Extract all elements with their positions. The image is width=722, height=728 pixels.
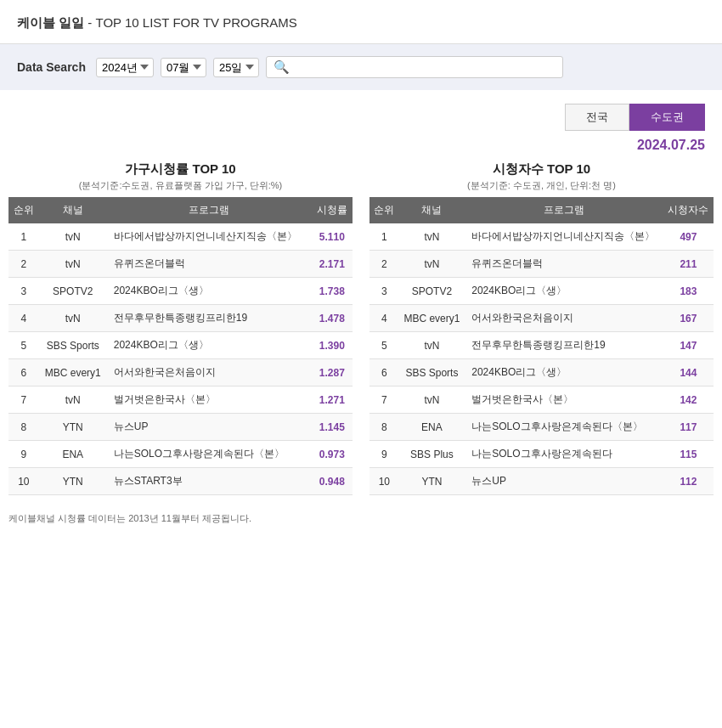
col-program-v: 프로그램 [465,197,663,223]
footer-text: 케이블채널 시청률 데이터는 2013년 11월부터 제공됩니다. [8,513,251,523]
program-cell: 전무후무한특종랭킹프리한19 [107,305,312,332]
household-table-header-row: 순위 채널 프로그램 시청률 [8,197,353,223]
program-cell: 2024KBO리그〈생〉 [107,332,312,359]
table-row: 3 SPOTV2 2024KBO리그〈생〉 183 [369,278,714,305]
program-cell: 벌거벗은한국사〈본〉 [465,387,663,414]
table-row: 1 tvN 바다에서밥상까지언니네산지직송〈본〉 5.110 [8,223,353,251]
rank-cell: 3 [8,278,39,305]
year-select[interactable]: 2024년 [96,58,154,77]
day-select[interactable]: 25일 [213,58,259,77]
rating-cell: 1.287 [312,359,353,387]
program-cell: 2024KBO리그〈생〉 [465,359,663,387]
program-cell: 바다에서밥상까지언니네산지직송〈본〉 [107,223,312,251]
program-cell: 나는SOLO그후사랑은계속된다 [465,441,663,468]
search-input[interactable] [293,61,556,74]
table-row: 4 MBC every1 어서와한국은처음이지 167 [369,305,714,332]
table-row: 6 SBS Sports 2024KBO리그〈생〉 144 [369,359,714,387]
channel-cell: tvN [399,332,465,359]
month-select[interactable]: 07월 [161,58,206,77]
channel-cell: MBC every1 [399,305,465,332]
viewers-table: 순위 채널 프로그램 시청자수 1 tvN 바다에서밥상까지언니네산지직송〈본〉… [369,197,714,495]
table-row: 9 ENA 나는SOLO그후사랑은계속된다〈본〉 0.973 [8,441,353,468]
table-row: 7 tvN 벌거벗은한국사〈본〉 142 [369,387,714,414]
region-buttons: 전국 수도권 [0,90,722,134]
program-cell: 바다에서밥상까지언니네산지직송〈본〉 [465,223,663,251]
date-display: 2024.07.25 [0,134,722,161]
table-row: 5 tvN 전무후무한특종랭킹프리한19 147 [369,332,714,359]
household-table-subtitle: (분석기준:수도권, 유료플랫폼 가입 가구, 단위:%) [8,179,353,192]
col-rank-h: 순위 [8,197,39,223]
col-rank-v: 순위 [369,197,399,223]
viewers-cell: 211 [663,251,714,278]
program-cell: 나는SOLO그후사랑은계속된다〈본〉 [465,414,663,441]
table-row: 8 ENA 나는SOLO그후사랑은계속된다〈본〉 117 [369,414,714,441]
channel-cell: SPOTV2 [399,278,465,305]
region-btn-national[interactable]: 전국 [565,104,629,131]
rank-cell: 1 [369,223,399,251]
rating-cell: 0.973 [312,441,353,468]
channel-cell: YTN [39,468,107,495]
viewers-cell: 112 [663,468,714,495]
rank-cell: 1 [8,223,39,251]
channel-cell: SPOTV2 [39,278,107,305]
rank-cell: 2 [8,251,39,278]
search-label: Data Search [17,60,86,74]
table-row: 7 tvN 벌거벗은한국사〈본〉 1.271 [8,387,353,414]
search-input-wrap: 🔍 [266,56,563,78]
channel-cell: MBC every1 [39,359,107,387]
viewers-cell: 144 [663,359,714,387]
rating-cell: 1.738 [312,278,353,305]
channel-cell: YTN [39,414,107,441]
region-btn-metro[interactable]: 수도권 [629,104,705,131]
channel-cell: SBS Sports [39,332,107,359]
channel-cell: ENA [39,441,107,468]
viewers-table-header-row: 순위 채널 프로그램 시청자수 [369,197,714,223]
search-button[interactable]: 🔍 [274,59,290,75]
rank-cell: 6 [8,359,39,387]
col-viewers-v: 시청자수 [663,197,714,223]
table-row: 2 tvN 유퀴즈온더블럭 2.171 [8,251,353,278]
channel-cell: tvN [39,223,107,251]
program-cell: 유퀴즈온더블럭 [107,251,312,278]
viewers-cell: 147 [663,332,714,359]
col-program-h: 프로그램 [107,197,312,223]
channel-cell: tvN [39,387,107,414]
channel-cell: tvN [399,251,465,278]
rank-cell: 7 [369,387,399,414]
col-channel-h: 채널 [39,197,107,223]
rating-cell: 1.145 [312,414,353,441]
rank-cell: 6 [369,359,399,387]
rating-cell: 1.390 [312,332,353,359]
table-row: 2 tvN 유퀴즈온더블럭 211 [369,251,714,278]
viewers-table-section: 시청자수 TOP 10 (분석기준: 수도권, 개인, 단위:천 명) 순위 채… [369,161,714,495]
table-row: 10 YTN 뉴스START3부 0.948 [8,468,353,495]
viewers-cell: 183 [663,278,714,305]
program-cell: 어서와한국은처음이지 [465,305,663,332]
table-row: 10 YTN 뉴스UP 112 [369,468,714,495]
channel-cell: tvN [39,251,107,278]
viewers-cell: 115 [663,441,714,468]
table-row: 9 SBS Plus 나는SOLO그후사랑은계속된다 115 [369,441,714,468]
table-row: 4 tvN 전무후무한특종랭킹프리한19 1.478 [8,305,353,332]
viewers-cell: 142 [663,387,714,414]
channel-cell: tvN [399,387,465,414]
rank-cell: 9 [369,441,399,468]
viewers-cell: 167 [663,305,714,332]
tables-container: 가구시청률 TOP 10 (분석기준:수도권, 유료플랫폼 가입 가구, 단위:… [0,161,722,504]
channel-cell: ENA [399,414,465,441]
program-cell: 뉴스UP [107,414,312,441]
viewers-cell: 497 [663,223,714,251]
channel-cell: tvN [39,305,107,332]
program-cell: 전무후무한특종랭킹프리한19 [465,332,663,359]
viewers-table-subtitle: (분석기준: 수도권, 개인, 단위:천 명) [369,179,714,192]
program-cell: 뉴스UP [465,468,663,495]
program-cell: 2024KBO리그〈생〉 [465,278,663,305]
program-cell: 2024KBO리그〈생〉 [107,278,312,305]
rank-cell: 10 [8,468,39,495]
channel-cell: SBS Sports [399,359,465,387]
table-row: 8 YTN 뉴스UP 1.145 [8,414,353,441]
col-rating-h: 시청률 [312,197,353,223]
rank-cell: 2 [369,251,399,278]
rank-cell: 4 [8,305,39,332]
rank-cell: 3 [369,278,399,305]
